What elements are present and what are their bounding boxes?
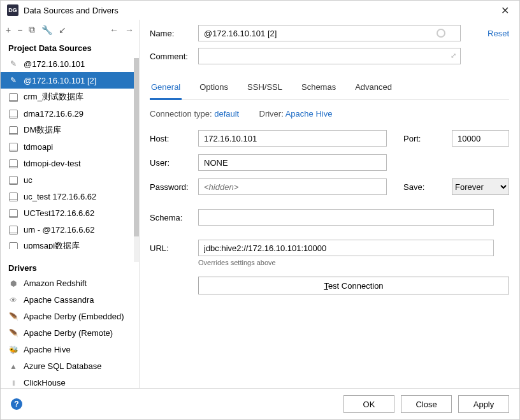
color-ring-icon[interactable]	[437, 29, 445, 38]
drivers-header: Drivers	[1, 259, 139, 275]
forward-icon[interactable]: →	[125, 25, 134, 35]
sidebar-item-driver[interactable]: 🪶Apache Derby (Embedded)	[1, 308, 139, 325]
password-label: Password:	[150, 182, 198, 192]
content-panel: Name: Reset Comment: ⤢ GeneralOptionsSSH…	[140, 20, 519, 388]
url-input[interactable]	[198, 240, 494, 256]
remove-icon[interactable]: −	[17, 25, 22, 35]
sidebar-item-datasource[interactable]: DM数据库	[1, 122, 139, 138]
apply-button[interactable]: Apply	[458, 395, 509, 413]
driver-icon: ⦀	[8, 379, 18, 387]
database-icon	[8, 242, 18, 249]
sidebar-item-datasource[interactable]: uc_test 172.16.6.62	[1, 188, 139, 205]
drivers-list: ⬢Amazon Redshift👁Apache Cassandra🪶Apache…	[1, 275, 139, 388]
sidebar-item-label: uc	[24, 175, 32, 185]
database-icon	[8, 159, 18, 168]
url-label: URL:	[150, 243, 198, 253]
database-icon	[8, 126, 18, 134]
host-label: Host:	[150, 134, 198, 143]
sidebar-item-driver[interactable]: 🪶Apache Derby (Remote)	[1, 325, 139, 342]
sidebar-item-datasource[interactable]: uc	[1, 171, 139, 188]
sidebar-item-driver[interactable]: ⦀ClickHouse	[1, 375, 139, 388]
tab-options[interactable]: Options	[198, 78, 229, 99]
add-icon[interactable]: +	[6, 25, 11, 35]
database-icon	[8, 109, 18, 118]
comment-input[interactable]: ⤢	[198, 48, 461, 64]
sidebar-item-label: Apache Hive	[24, 345, 71, 354]
sidebar-item-label: Azure SQL Database	[24, 361, 101, 371]
sidebar-item-datasource[interactable]: UCTest172.16.6.62	[1, 205, 139, 221]
tabs: GeneralOptionsSSH/SSLSchemasAdvanced	[150, 78, 509, 100]
tab-sshssl[interactable]: SSH/SSL	[246, 78, 284, 99]
sidebar-item-label: tdmopi-dev-test	[24, 159, 81, 168]
sidebar-item-datasource[interactable]: crm_测试数据库	[1, 89, 139, 105]
sidebar-item-label: Apache Derby (Embedded)	[24, 312, 124, 321]
app-icon: DG	[7, 4, 18, 16]
schema-label: Schema:	[150, 213, 198, 222]
sidebar-item-driver[interactable]: ▲Azure SQL Database	[1, 358, 139, 375]
sidebar-item-label: DM数据库	[24, 124, 61, 136]
copy-icon[interactable]: ⧉	[29, 24, 35, 35]
sidebar-item-datasource[interactable]: ✎@172.16.10.101	[1, 55, 139, 72]
port-input[interactable]	[452, 130, 509, 147]
driver-icon: ⬢	[8, 279, 18, 288]
sidebar-item-label: upmsapi数据库	[24, 240, 80, 249]
save-label: Save:	[403, 182, 452, 192]
pencil-icon: ✎	[8, 59, 18, 68]
sidebar-item-driver[interactable]: 👁Apache Cassandra	[1, 292, 139, 308]
sidebar-item-label: @172.16.10.101	[24, 59, 85, 69]
sidebar-item-label: um - @172.16.6.62	[24, 225, 94, 235]
user-label: User:	[150, 158, 198, 168]
datasources-list: ✎@172.16.10.101✎@172.16.10.101 [2]crm_测试…	[1, 55, 139, 249]
reset-link[interactable]: Reset	[471, 29, 509, 38]
window-title: Data Sources and Drivers	[24, 6, 497, 15]
sidebar-item-driver[interactable]: ⬢Amazon Redshift	[1, 275, 139, 292]
sidebar-item-datasource[interactable]: tdmoapi	[1, 138, 139, 155]
sidebar-item-driver[interactable]: 🐝Apache Hive	[1, 342, 139, 358]
password-input[interactable]	[198, 178, 387, 195]
test-connection-button[interactable]: Test Connection	[198, 277, 509, 294]
sidebar-item-datasource[interactable]: tdmopi-dev-test	[1, 155, 139, 171]
host-input[interactable]	[198, 130, 387, 147]
connection-type-link[interactable]: default	[214, 109, 239, 119]
ok-button[interactable]: OK	[343, 395, 394, 413]
import-icon[interactable]: ↙	[59, 25, 66, 35]
sidebar-item-label: Amazon Redshift	[24, 279, 87, 288]
sidebar-item-label: @172.16.10.101 [2]	[24, 76, 96, 85]
tab-advanced[interactable]: Advanced	[354, 78, 393, 99]
user-input[interactable]	[198, 154, 387, 171]
pencil-icon: ✎	[8, 76, 18, 85]
sidebar-toolbar: + − ⧉ 🔧 ↙ ← →	[1, 20, 139, 40]
connection-line: Connection type: default Driver: Apache …	[150, 109, 509, 119]
sidebar-item-datasource[interactable]: um - @172.16.6.62	[1, 221, 139, 238]
name-input[interactable]	[198, 25, 461, 41]
schema-input[interactable]	[198, 209, 494, 226]
tab-general[interactable]: General	[150, 78, 182, 100]
footer: ? OK Close Apply	[1, 388, 519, 419]
database-icon	[8, 192, 18, 201]
back-icon[interactable]: ←	[110, 25, 119, 35]
wrench-icon[interactable]: 🔧	[41, 25, 52, 35]
titlebar: DG Data Sources and Drivers ✕	[1, 1, 519, 20]
save-select[interactable]: Forever	[452, 178, 509, 195]
sidebar-item-label: Apache Derby (Remote)	[24, 328, 113, 338]
sidebar-item-datasource[interactable]: dma172.16.6.29	[1, 105, 139, 122]
datasources-header: Project Data Sources	[1, 40, 139, 55]
port-label: Port:	[403, 134, 452, 143]
driver-icon: ▲	[8, 362, 18, 371]
database-icon	[8, 92, 18, 101]
sidebar-item-label: ClickHouse	[24, 378, 66, 387]
expand-icon[interactable]: ⤢	[451, 52, 456, 60]
close-icon[interactable]: ✕	[497, 4, 513, 17]
driver-icon: 🐝	[8, 345, 18, 354]
close-button[interactable]: Close	[401, 395, 452, 413]
driver-icon: 🪶	[8, 329, 18, 338]
tab-schemas[interactable]: Schemas	[300, 78, 337, 99]
driver-link[interactable]: Apache Hive	[285, 109, 333, 119]
help-icon[interactable]: ?	[11, 398, 22, 410]
sidebar-item-label: dma172.16.6.29	[24, 109, 83, 119]
database-icon	[8, 225, 18, 234]
name-label: Name:	[150, 29, 198, 38]
scrollbar[interactable]	[134, 58, 139, 262]
sidebar-item-datasource[interactable]: ✎@172.16.10.101 [2]	[1, 72, 139, 89]
sidebar-item-datasource[interactable]: upmsapi数据库	[1, 238, 139, 249]
